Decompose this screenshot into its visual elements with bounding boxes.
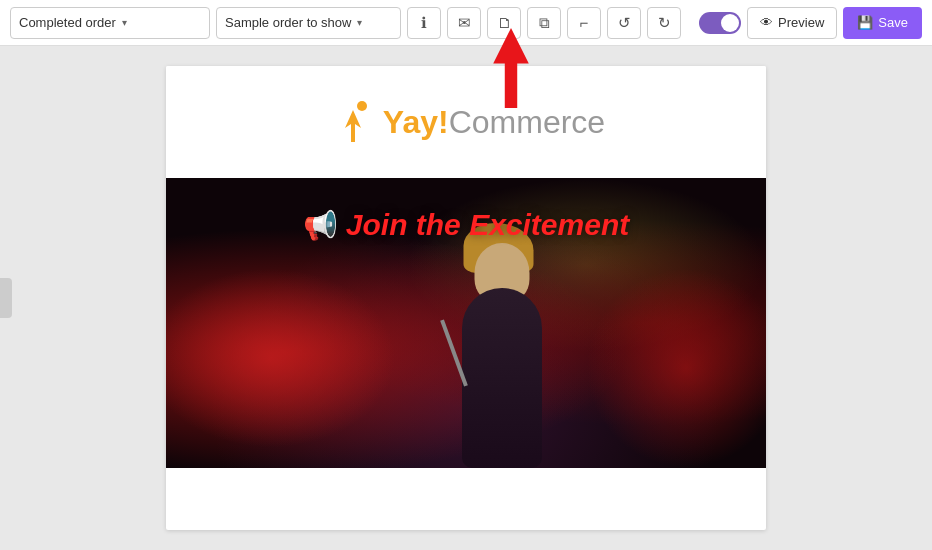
eye-icon: 👁 bbox=[760, 15, 773, 30]
copy-icon: ⧉ bbox=[539, 14, 550, 32]
toolbar: Completed order ▾ Sample order to show ▾… bbox=[0, 0, 932, 46]
undo-button[interactable]: ↺ bbox=[607, 7, 641, 39]
chevron-down-icon-2: ▾ bbox=[357, 17, 362, 28]
document-button[interactable]: 🗋 bbox=[487, 7, 521, 39]
logo-figure bbox=[327, 96, 379, 148]
document-icon: 🗋 bbox=[497, 14, 512, 31]
logo: Yay! Commerce bbox=[327, 96, 605, 148]
order-sample-label: Sample order to show bbox=[225, 15, 351, 30]
performer-body bbox=[462, 288, 542, 468]
order-type-select[interactable]: Completed order ▾ bbox=[10, 7, 210, 39]
save-icon: 💾 bbox=[857, 15, 873, 30]
megaphone-icon: 📢 bbox=[303, 209, 338, 242]
email-button[interactable]: ✉ bbox=[447, 7, 481, 39]
info-button[interactable]: ℹ bbox=[407, 7, 441, 39]
preview-button[interactable]: 👁 Preview bbox=[747, 7, 837, 39]
redo-button[interactable]: ↻ bbox=[647, 7, 681, 39]
order-type-label: Completed order bbox=[19, 15, 116, 30]
logo-yay: Yay! bbox=[383, 104, 449, 141]
email-banner: 📢 Join the Excitement bbox=[166, 178, 766, 468]
redo-icon: ↻ bbox=[658, 14, 671, 32]
chevron-down-icon: ▾ bbox=[122, 17, 127, 28]
banner-text: 📢 Join the Excitement bbox=[303, 208, 629, 242]
svg-point-1 bbox=[357, 101, 367, 111]
banner-title: Join the Excitement bbox=[346, 208, 629, 242]
copy-button[interactable]: ⧉ bbox=[527, 7, 561, 39]
main-area: Yay! Commerce 📢 Join the Excitement bbox=[0, 46, 932, 550]
left-panel-tab[interactable] bbox=[0, 278, 12, 318]
email-preview: Yay! Commerce 📢 Join the Excitement bbox=[166, 66, 766, 530]
performer-silhouette bbox=[412, 248, 592, 468]
logo-text: Yay! Commerce bbox=[383, 104, 605, 141]
email-header: Yay! Commerce bbox=[166, 66, 766, 178]
undo-icon: ↺ bbox=[618, 14, 631, 32]
save-button[interactable]: 💾 Save bbox=[843, 7, 922, 39]
logo-commerce: Commerce bbox=[449, 104, 605, 141]
toggle-switch[interactable] bbox=[699, 12, 741, 34]
corner-button[interactable]: ⌐ bbox=[567, 7, 601, 39]
email-icon: ✉ bbox=[458, 14, 471, 32]
corner-icon: ⌐ bbox=[580, 14, 589, 31]
info-icon: ℹ bbox=[421, 14, 427, 32]
order-sample-select[interactable]: Sample order to show ▾ bbox=[216, 7, 401, 39]
